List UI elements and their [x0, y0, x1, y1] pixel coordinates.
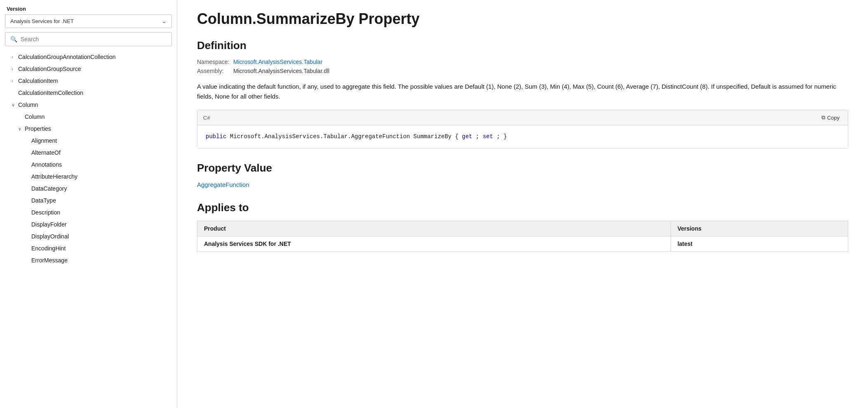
- copy-button[interactable]: ⧉ Copy: [819, 113, 842, 122]
- sidebar-item-encoding-hint[interactable]: EncodingHint: [0, 243, 177, 255]
- tree-item-label: Column: [25, 113, 45, 121]
- sidebar-item-display-ordinal[interactable]: DisplayOrdinal: [0, 231, 177, 243]
- sidebar-item-calc-group-annotation[interactable]: ›CalculationGroupAnnotationCollection: [0, 51, 177, 63]
- description-text: A value indicating the default function,…: [197, 82, 848, 101]
- aggregate-function-link[interactable]: AggregateFunction: [197, 181, 249, 188]
- tree-item-label: DataType: [31, 196, 56, 205]
- tree-item-label: DataCategory: [31, 184, 67, 193]
- tree-chevron-icon: ›: [12, 78, 16, 85]
- search-input[interactable]: [21, 36, 167, 42]
- col-header-product: Product: [197, 221, 671, 236]
- tree-item-label: CalculationItemCollection: [18, 89, 83, 97]
- code-type: Microsoft.AnalysisServices.Tabular.Aggre…: [230, 133, 410, 140]
- sidebar-item-column[interactable]: ∨Column: [0, 99, 177, 111]
- tree-item-label: CalculationGroupAnnotationCollection: [18, 53, 116, 61]
- version-select-value: Analysis Services for .NET: [10, 18, 74, 24]
- code-property-name: SummarizeBy {: [413, 133, 462, 140]
- tree-item-label: Alignment: [31, 137, 57, 145]
- sidebar-item-display-folder[interactable]: DisplayFolder: [0, 219, 177, 231]
- assembly-value: Microsoft.AnalysisServices.Tabular.dll: [233, 68, 329, 74]
- chevron-down-icon: ⌄: [162, 18, 167, 24]
- sidebar-item-annotations[interactable]: Annotations: [0, 159, 177, 171]
- table-header-row: Product Versions: [197, 221, 848, 236]
- code-lang-label: C#: [203, 115, 210, 121]
- tree-item-label: CalculationGroupSource: [18, 65, 81, 73]
- version-select[interactable]: Analysis Services for .NET ⌄: [5, 14, 172, 28]
- sidebar: Version Analysis Services for .NET ⌄ 🔍 ›…: [0, 0, 177, 408]
- definition-heading: Definition: [197, 39, 848, 52]
- sidebar-item-calc-group-source[interactable]: ›CalculationGroupSource: [0, 63, 177, 75]
- applies-to-heading: Applies to: [197, 201, 848, 214]
- table-row: Analysis Services SDK for .NETlatest: [197, 236, 848, 251]
- sidebar-item-alternate-of[interactable]: AlternateOf: [0, 147, 177, 159]
- tree-item-label: EncodingHint: [31, 244, 66, 253]
- sidebar-item-data-type[interactable]: DataType: [0, 195, 177, 207]
- sidebar-item-column-leaf[interactable]: Column: [0, 111, 177, 123]
- tree-item-label: AttributeHierarchy: [31, 172, 77, 181]
- page-title: Column.SummarizeBy Property: [197, 10, 848, 28]
- applies-table: Product Versions Analysis Services SDK f…: [197, 221, 848, 252]
- code-block-body: public Microsoft.AnalysisServices.Tabula…: [197, 125, 848, 148]
- cell-product: Analysis Services SDK for .NET: [197, 236, 671, 251]
- sidebar-item-calc-item[interactable]: ›CalculationItem: [0, 75, 177, 87]
- namespace-label: Namespace:: [197, 59, 230, 65]
- tree-chevron-icon: ∨: [12, 101, 16, 108]
- tree-item-label: Annotations: [31, 160, 62, 169]
- sidebar-item-properties[interactable]: ∨Properties: [0, 123, 177, 135]
- search-box: 🔍: [5, 32, 172, 46]
- tree-item-label: Properties: [25, 125, 51, 133]
- tree-chevron-icon: ›: [12, 66, 16, 73]
- tree-item-label: Column: [18, 101, 38, 109]
- tree-item-label: DisplayFolder: [31, 220, 67, 229]
- cell-versions: latest: [671, 236, 848, 251]
- sidebar-item-alignment[interactable]: Alignment: [0, 135, 177, 147]
- applies-to-section: Applies to Product Versions Analysis Ser…: [197, 201, 848, 252]
- sidebar-item-data-category[interactable]: DataCategory: [0, 183, 177, 195]
- search-icon: 🔍: [10, 36, 17, 42]
- col-header-versions: Versions: [671, 221, 848, 236]
- code-block: C# ⧉ Copy public Microsoft.AnalysisServi…: [197, 110, 848, 148]
- sidebar-item-attribute-hierarchy[interactable]: AttributeHierarchy: [0, 171, 177, 183]
- copy-label: Copy: [827, 115, 840, 121]
- code-get-keyword: get: [462, 133, 472, 140]
- namespace-row: Namespace: Microsoft.AnalysisServices.Ta…: [197, 59, 848, 65]
- assembly-label: Assembly:: [197, 68, 230, 74]
- copy-icon: ⧉: [821, 114, 825, 121]
- tree-item-label: ErrorMessage: [31, 256, 68, 265]
- sidebar-item-description[interactable]: Description: [0, 207, 177, 219]
- sidebar-item-calc-item-collection[interactable]: CalculationItemCollection: [0, 87, 177, 99]
- tree-item-label: DisplayOrdinal: [31, 232, 69, 241]
- tree-chevron-icon: ∨: [18, 125, 23, 132]
- code-semicolon1: ;: [476, 133, 483, 140]
- assembly-row: Assembly: Microsoft.AnalysisServices.Tab…: [197, 68, 848, 74]
- tree-item-label: AlternateOf: [31, 149, 61, 157]
- tree-item-label: Description: [31, 208, 60, 217]
- tree-item-label: CalculationItem: [18, 77, 58, 85]
- sidebar-tree: ›CalculationGroupAnnotationCollection›Ca…: [0, 50, 177, 408]
- code-semicolon2: ; }: [497, 133, 507, 140]
- code-block-header: C# ⧉ Copy: [197, 110, 848, 125]
- version-label: Version: [0, 0, 177, 14]
- property-value-heading: Property Value: [197, 162, 848, 175]
- tree-chevron-icon: ›: [12, 54, 16, 61]
- namespace-link[interactable]: Microsoft.AnalysisServices.Tabular: [233, 59, 322, 65]
- code-public-keyword: public: [206, 133, 226, 140]
- property-value-section: Property Value AggregateFunction: [197, 162, 848, 188]
- main-content: Column.SummarizeBy Property Definition N…: [177, 0, 868, 408]
- sidebar-item-error-message[interactable]: ErrorMessage: [0, 255, 177, 266]
- code-set-keyword: set: [483, 133, 493, 140]
